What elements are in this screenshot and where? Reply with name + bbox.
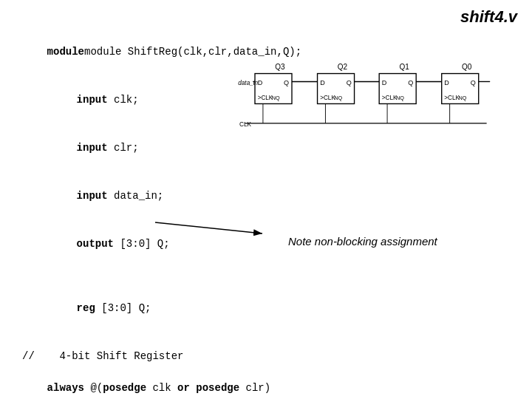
code-line-7: reg [3:0] Q; [22,284,301,332]
svg-text:D: D [444,79,449,86]
svg-text:data_in: data_in [238,80,258,86]
svg-text:NQ: NQ [458,95,466,101]
svg-text:>CLK: >CLK [320,95,335,101]
code-line-blank1 [22,268,301,284]
arrow-annotation [92,219,299,248]
svg-text:Q3: Q3 [275,63,285,71]
svg-text:>CLK: >CLK [444,95,460,101]
svg-text:Q1: Q1 [399,63,409,71]
code-line-4: input data_in; [22,172,301,220]
svg-text:D: D [320,79,325,86]
code-line-blank2 [22,332,301,349]
svg-text:>CLK: >CLK [258,95,273,101]
svg-text:NQ: NQ [396,95,404,101]
page-title: shift4.v [460,7,517,27]
svg-text:D: D [382,79,387,86]
svg-text:Q2: Q2 [338,63,348,71]
svg-text:D: D [258,79,263,86]
note-label: Note non-blocking assignment [288,235,437,248]
svg-text:>CLK: >CLK [382,95,398,101]
code-line-comment: // 4-bit Shift Register [22,349,301,365]
svg-text:Q: Q [347,79,352,86]
svg-text:CLK: CLK [239,121,251,128]
svg-text:Q: Q [408,79,413,86]
svg-line-36 [155,222,262,233]
svg-text:NQ: NQ [334,95,342,101]
svg-text:Q: Q [471,79,476,86]
svg-text:NQ: NQ [272,95,280,101]
svg-text:Q0: Q0 [462,63,472,71]
circuit-diagram: Q3 Q2 Q1 Q0 D Q D Q D Q D Q >CLK >CLK >C… [225,63,506,137]
code-line-always: always @(posedge clk or posedge clr) [22,364,301,399]
svg-text:Q: Q [284,79,289,86]
